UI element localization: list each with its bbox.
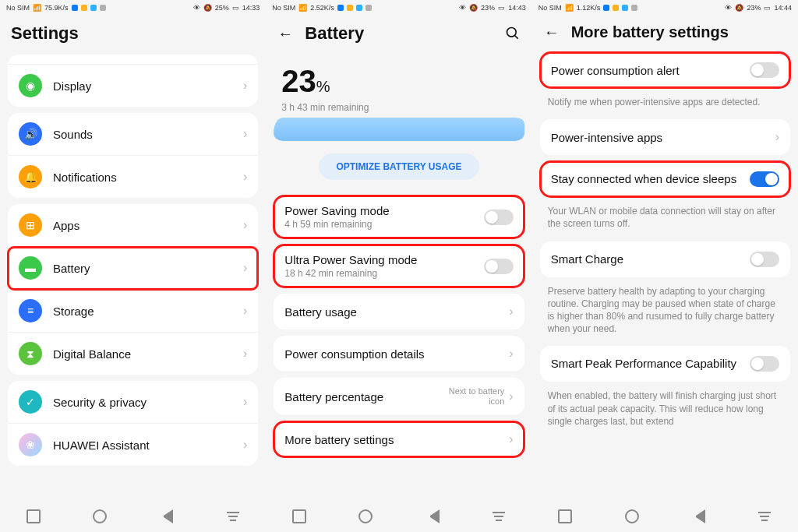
assistant-icon: ❀ [19, 433, 42, 456]
nav-recent-button[interactable] [292, 509, 306, 523]
smart-peak-row[interactable]: Smart Peak Performance Capability [540, 346, 790, 382]
smart-peak-toggle[interactable] [750, 356, 779, 372]
row-label: Stay connected when device sleeps [551, 172, 750, 187]
app-dot-icon [337, 5, 344, 11]
settings-group-3: ⊞ Apps › ▬ Battery › ≡ Storage › ⧗ Digit… [8, 204, 258, 375]
eye-off-icon: 👁 [193, 4, 200, 12]
apps-icon: ⊞ [19, 213, 42, 237]
nav-home-button[interactable] [625, 509, 639, 523]
settings-item-label: Sounds [53, 128, 238, 141]
row-label: Smart Charge [551, 252, 750, 266]
dnd-icon: 🔕 [469, 4, 478, 12]
nav-menu-button[interactable] [757, 509, 772, 523]
shield-icon: ✓ [19, 390, 42, 414]
storage-icon: ≡ [19, 299, 42, 322]
stay-connected-desc: Your WLAN or mobile data connection will… [532, 200, 798, 238]
settings-item-notifications[interactable]: 🔔 Notifications › [8, 156, 258, 198]
app-dot-icon [613, 5, 619, 11]
nav-back-button[interactable] [691, 509, 705, 523]
battery-icon: ▭ [232, 4, 239, 12]
app-dot-icon [365, 5, 372, 11]
page-title: Battery [305, 23, 364, 44]
optimize-button[interactable]: OPTIMIZE BATTERY USAGE [319, 153, 478, 180]
settings-item-label: Security & privacy [53, 396, 238, 409]
nav-back-button[interactable] [159, 509, 173, 523]
nav-recent-button[interactable] [26, 509, 41, 523]
power-saving-row[interactable]: Power Saving mode 4 h 59 min remaining [274, 196, 524, 238]
settings-item-battery[interactable]: ▬ Battery › [8, 247, 258, 290]
nav-back-button[interactable] [425, 509, 440, 523]
nav-bar [266, 501, 531, 532]
settings-item-storage[interactable]: ≡ Storage › [8, 290, 258, 333]
power-alert-toggle[interactable] [750, 62, 779, 78]
stay-connected-row[interactable]: Stay connected when device sleeps [540, 161, 790, 197]
page-title: More battery settings [571, 23, 729, 41]
more-battery-settings-screen: No SIM 📶 1.12K/s 👁 🔕 23% ▭ 14:44 ← More … [532, 0, 798, 532]
row-label: Battery usage [284, 305, 504, 319]
sim-status: No SIM [6, 4, 30, 12]
settings-item-digital-balance[interactable]: ⧗ Digital Balance › [8, 333, 258, 375]
chevron-right-icon: › [243, 395, 247, 409]
settings-item-label: Storage [53, 305, 238, 318]
chevron-right-icon: › [243, 261, 247, 275]
settings-item-sounds[interactable]: 🔊 Sounds › [8, 113, 258, 156]
power-saving-toggle[interactable] [484, 210, 514, 225]
ultra-power-saving-row[interactable]: Ultra Power Saving mode 18 h 42 min rema… [274, 245, 524, 287]
smart-charge-row[interactable]: Smart Charge [540, 241, 790, 277]
back-button[interactable]: ← [277, 25, 294, 42]
battery-icon: ▬ [19, 256, 42, 280]
chevron-right-icon: › [243, 347, 247, 361]
battery-percentage-row[interactable]: Battery percentage Next to battery icon … [274, 378, 524, 415]
spacer [8, 55, 258, 65]
settings-item-assistant[interactable]: ❀ HUAWEI Assistant › [8, 424, 258, 466]
row-label: Power consumption details [284, 347, 504, 361]
chevron-right-icon: › [243, 304, 247, 318]
settings-item-label: Display [53, 79, 238, 93]
battery-remaining: 3 h 43 min remaining [281, 102, 516, 113]
page-title: Settings [11, 23, 79, 44]
eye-off-icon: 👁 [725, 4, 732, 12]
nav-bar [0, 501, 266, 532]
chevron-right-icon: › [243, 127, 247, 141]
nav-menu-button[interactable] [492, 509, 506, 523]
back-button[interactable]: ← [543, 24, 560, 41]
nav-menu-button[interactable] [226, 509, 240, 523]
net-speed: 75.9K/s [44, 4, 69, 12]
row-sub: 18 h 42 min remaining [284, 268, 483, 279]
settings-group-1: ◉ Display › [8, 55, 258, 107]
settings-item-display[interactable]: ◉ Display › [8, 65, 258, 107]
smart-charge-toggle[interactable] [750, 252, 779, 267]
nav-home-button[interactable] [93, 509, 107, 523]
app-dot-icon [81, 5, 87, 11]
nav-recent-button[interactable] [558, 509, 572, 523]
svg-line-1 [514, 36, 517, 39]
ultra-power-saving-toggle[interactable] [484, 259, 514, 274]
search-button[interactable] [504, 25, 521, 42]
hourglass-icon: ⧗ [19, 342, 42, 365]
more-battery-settings-row[interactable]: More battery settings › [274, 421, 524, 457]
row-label: Smart Peak Performance Capability [551, 357, 750, 372]
settings-item-apps[interactable]: ⊞ Apps › [8, 204, 258, 247]
battery-usage-row[interactable]: Battery usage › [274, 294, 524, 329]
row-sub: 4 h 59 min remaining [284, 219, 483, 230]
power-consumption-row[interactable]: Power consumption details › [274, 336, 524, 372]
row-label: Ultra Power Saving mode [284, 253, 483, 266]
smart-peak-desc: When enabled, the battery will finish ch… [532, 385, 798, 435]
clock: 14:33 [242, 4, 260, 12]
battery-pct: 25% [215, 4, 229, 12]
power-intensive-apps-row[interactable]: Power-intensive apps › [540, 119, 790, 155]
wifi-icon: 📶 [565, 4, 574, 12]
wifi-icon: 📶 [33, 4, 41, 12]
settings-item-security[interactable]: ✓ Security & privacy › [8, 381, 258, 424]
nav-home-button[interactable] [358, 509, 373, 523]
power-alert-row[interactable]: Power consumption alert [540, 52, 790, 88]
stay-connected-toggle[interactable] [750, 171, 779, 187]
smart-charge-desc: Preserve battery health by adapting to y… [532, 280, 798, 344]
battery-pct: 23% [481, 4, 495, 12]
dnd-icon: 🔕 [203, 4, 212, 12]
status-bar: No SIM 📶 1.12K/s 👁 🔕 23% ▭ 14:44 [532, 0, 798, 16]
settings-item-label: Apps [53, 219, 238, 232]
net-speed: 1.12K/s [577, 4, 601, 12]
battery-percent: 23% [281, 64, 516, 99]
app-dot-icon [631, 5, 637, 11]
